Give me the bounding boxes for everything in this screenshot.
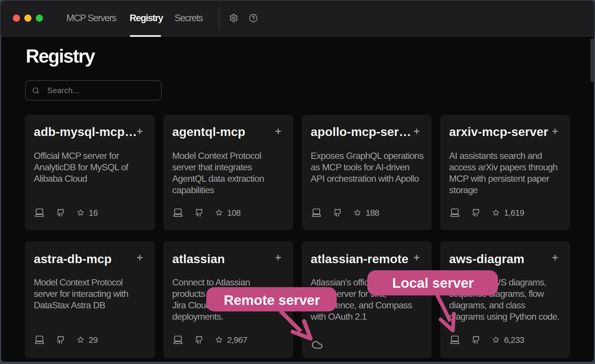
svg-text:Remote server: Remote server — [224, 292, 320, 308]
svg-text:Local server: Local server — [392, 275, 474, 291]
